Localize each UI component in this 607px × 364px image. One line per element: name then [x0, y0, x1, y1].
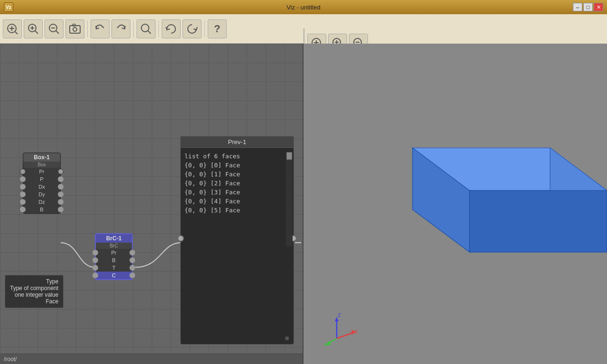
prev-panel-content: list of 6 faces {0, 0} [0] Face {0, 0} […	[181, 148, 294, 218]
brc1-pr-input[interactable]	[92, 250, 98, 255]
window-controls: – □ ✕	[573, 3, 603, 11]
box1-port-dy[interactable]: Dy	[23, 191, 60, 198]
screenshot-button[interactable]	[65, 19, 84, 38]
box1-pr-input[interactable]	[20, 169, 26, 174]
box1-dy-input[interactable]	[20, 191, 26, 197]
minimize-button[interactable]: –	[573, 3, 582, 11]
3d-viewport[interactable]: Z X Y	[304, 44, 607, 364]
prev-line-5: {0, 0} [4] Face	[184, 197, 290, 206]
box1-subheader: Box	[23, 162, 60, 168]
tooltip: Type Type of component one integer value…	[5, 275, 64, 308]
window-title: Viz - untitled	[286, 4, 320, 11]
brc1-header: BrC-1	[96, 234, 132, 243]
restore-button[interactable]: □	[583, 3, 593, 11]
help-button[interactable]: ?	[208, 19, 227, 38]
svg-rect-11	[70, 26, 80, 33]
tooltip-line-3: one integer value	[10, 291, 58, 298]
prev-line-6: {0, 0} [5] Face	[184, 206, 290, 215]
undo-button[interactable]	[91, 19, 110, 38]
box1-port-dx[interactable]: Dx	[23, 183, 60, 191]
prev-line-0: list of 6 faces	[184, 152, 290, 161]
toolbar-divider-1	[87, 20, 88, 37]
zoom-fit-button[interactable]	[3, 19, 22, 38]
app-logo: Vz	[4, 2, 13, 12]
zoom-out-button[interactable]	[45, 19, 64, 38]
svg-point-12	[73, 27, 77, 31]
box1-dx-output[interactable]	[58, 184, 64, 190]
brc1-t-input[interactable]	[92, 265, 98, 271]
brc1-c-output[interactable]	[129, 273, 135, 278]
redo-button[interactable]	[111, 19, 130, 38]
prev-resize-handle[interactable]: ⊞	[285, 336, 292, 342]
statusbar-path: /root/	[4, 356, 17, 363]
box1-port-pr[interactable]: Pr	[23, 168, 60, 175]
svg-line-35	[337, 333, 353, 338]
main-area: Box-1 Box Pr P Dx Dy	[0, 44, 607, 364]
box1-dy-output[interactable]	[58, 191, 64, 197]
svg-line-15	[148, 31, 151, 34]
box1-node[interactable]: Box-1 Box Pr P Dx Dy	[23, 153, 61, 214]
prev-scrollbar[interactable]	[286, 152, 293, 246]
box1-p-input[interactable]	[20, 176, 26, 182]
prev-line-4: {0, 0} [3] Face	[184, 188, 290, 197]
box1-dz-output[interactable]	[58, 199, 64, 205]
prev-line-2: {0, 0} [1] Face	[184, 170, 290, 179]
svg-line-3	[15, 32, 18, 34]
tooltip-line-4: Face	[10, 298, 58, 305]
box1-dx-input[interactable]	[20, 184, 26, 190]
brc1-port-b[interactable]: B	[96, 256, 132, 264]
axes-indicator: Z X Y	[322, 310, 360, 350]
svg-point-14	[141, 24, 149, 32]
find-button[interactable]	[137, 19, 156, 38]
prev-line-3: {0, 0} [2] Face	[184, 179, 290, 188]
box1-p-output[interactable]	[58, 176, 64, 182]
box1-port-b[interactable]: B	[23, 206, 60, 213]
svg-line-7	[35, 31, 38, 34]
svg-text:X: X	[354, 329, 358, 335]
prev-line-1: {0, 0} [0] Face	[184, 161, 290, 170]
brc1-port-pr[interactable]: Pr	[96, 249, 132, 256]
brc1-c-input[interactable]	[92, 273, 98, 278]
prev-panel-header: Prev-1	[181, 136, 294, 148]
box1-header: Box-1	[23, 153, 60, 162]
box1-b-input[interactable]	[20, 207, 26, 212]
brc1-b-output[interactable]	[129, 257, 135, 263]
brc1-port-c[interactable]: C	[96, 272, 132, 279]
toolbar-divider-2	[133, 20, 134, 37]
node-editor[interactable]: Box-1 Box Pr P Dx Dy	[0, 44, 304, 364]
brc1-t-output[interactable]	[129, 265, 135, 271]
box1-pr-output[interactable]	[58, 169, 64, 174]
box1-dz-input[interactable]	[20, 199, 26, 205]
titlebar: Vz Viz - untitled – □ ✕	[0, 0, 607, 14]
refresh-button[interactable]	[162, 19, 181, 38]
box1-port-p[interactable]: P	[23, 175, 60, 183]
box1-b-output[interactable]	[58, 207, 64, 212]
svg-text:Y: Y	[323, 342, 327, 348]
brc1-b-input[interactable]	[92, 257, 98, 263]
svg-marker-31	[469, 191, 607, 252]
reload-button[interactable]	[183, 19, 202, 38]
svg-line-10	[56, 31, 59, 34]
toolbar-divider-4	[204, 20, 205, 37]
prev-scrollbar-thumb[interactable]	[286, 152, 292, 160]
toolbar-divider-3	[158, 20, 159, 37]
svg-text:Z: Z	[338, 312, 341, 318]
box1-port-dz[interactable]: Dz	[23, 198, 60, 206]
brc1-node[interactable]: BrC-1 BrC Pr B T C	[95, 233, 133, 280]
brc1-pr-output[interactable]	[129, 250, 135, 255]
brc1-port-t[interactable]: T	[96, 264, 132, 272]
tooltip-line-2: Type of component	[10, 285, 58, 291]
prev-panel[interactable]: Prev-1 list of 6 faces {0, 0} [0] Face {…	[180, 136, 294, 345]
tooltip-line-1: Type	[10, 278, 58, 285]
close-button[interactable]: ✕	[594, 3, 603, 11]
brc1-subheader: BrC	[96, 243, 132, 249]
node-editor-statusbar: /root/	[0, 354, 304, 364]
zoom-in-button[interactable]	[24, 19, 43, 38]
prev-input-port[interactable]	[177, 235, 184, 242]
